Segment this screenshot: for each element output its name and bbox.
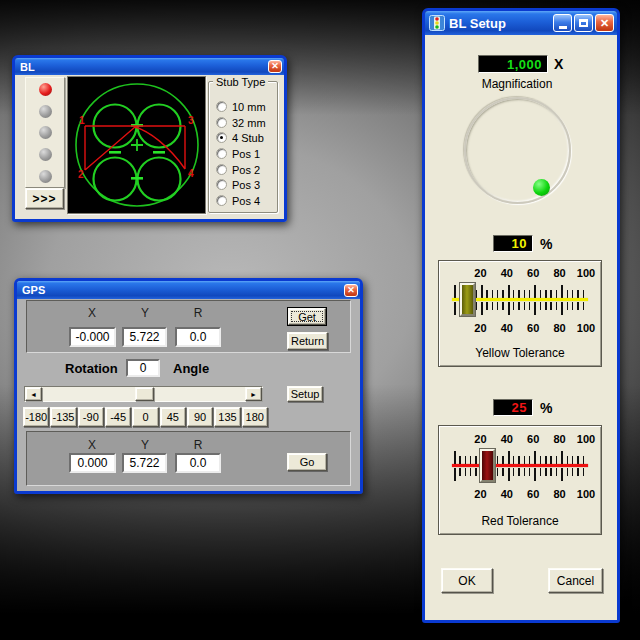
target-r-label: R xyxy=(194,438,203,452)
traffic-light-icon xyxy=(429,15,445,31)
current-y-field[interactable]: 5.722 xyxy=(122,327,167,347)
ok-button[interactable]: OK xyxy=(441,568,493,593)
red-tolerance-label: Red Tolerance xyxy=(439,514,601,528)
get-button[interactable]: Get xyxy=(288,308,326,325)
radio-icon[interactable] xyxy=(216,164,227,175)
target-y-label: Y xyxy=(141,438,149,452)
radio-pos2[interactable]: Pos 2 xyxy=(216,163,275,176)
current-position-panel: X Y R -0.000 5.722 0.0 Get Return xyxy=(26,300,351,353)
yellow-slider-track[interactable] xyxy=(454,282,586,318)
angle-label: Angle xyxy=(173,361,209,376)
scroll-right-arrow-icon[interactable]: ► xyxy=(245,387,262,401)
preset-angle-button[interactable]: -45 xyxy=(105,407,131,427)
gps-window-title: GPS xyxy=(22,284,45,296)
radio-icon[interactable] xyxy=(216,117,227,128)
angle-preset-row: -180 -135 -90 -45 0 45 90 135 180 xyxy=(23,407,268,427)
svg-text:4: 4 xyxy=(188,168,194,179)
status-led xyxy=(39,105,52,118)
minimize-icon[interactable] xyxy=(553,14,572,32)
scroll-left-arrow-icon[interactable]: ◄ xyxy=(25,387,42,401)
red-slider-thumb[interactable] xyxy=(480,449,495,482)
preset-angle-button[interactable]: 180 xyxy=(242,407,268,427)
yellow-tolerance-slider[interactable]: 20 40 60 80 100 20 40 60 80 100 Yellow T… xyxy=(438,260,602,367)
radio-icon[interactable] xyxy=(216,195,227,206)
scrollbar-thumb[interactable] xyxy=(135,387,154,401)
yellow-scale-bottom-labels: 20 40 60 80 100 xyxy=(454,322,586,335)
desktop: { "icons": { "close": "✕", "arrow_left":… xyxy=(0,0,640,640)
preset-angle-button[interactable]: 45 xyxy=(160,407,186,427)
red-tolerance-slider[interactable]: 20 40 60 80 100 20 40 60 80 100 Red Tole… xyxy=(438,425,602,535)
preset-angle-button[interactable]: 0 xyxy=(132,407,158,427)
preset-angle-button[interactable]: -90 xyxy=(78,407,104,427)
preset-angle-button[interactable]: 90 xyxy=(187,407,213,427)
current-x-field[interactable]: -0.000 xyxy=(69,327,116,347)
radio-32mm[interactable]: 32 mm xyxy=(216,116,275,129)
svg-text:1: 1 xyxy=(79,115,85,126)
preset-angle-button[interactable]: -135 xyxy=(50,407,76,427)
expand-button[interactable]: >>> xyxy=(25,188,64,209)
status-led xyxy=(39,170,52,183)
rotation-angle-field[interactable]: 0 xyxy=(126,359,160,377)
yellow-slider-thumb[interactable] xyxy=(460,283,475,316)
setup-button[interactable]: Setup xyxy=(287,386,323,402)
go-button[interactable]: Go xyxy=(287,453,327,471)
status-led xyxy=(39,126,52,139)
radio-icon[interactable] xyxy=(216,148,227,159)
bl-setup-window-title: BL Setup xyxy=(449,16,506,31)
radio-pos1[interactable]: Pos 1 xyxy=(216,147,275,160)
maximize-icon[interactable] xyxy=(574,14,593,32)
magnification-unit-label: X xyxy=(554,56,563,72)
red-scale-bottom-labels: 20 40 60 80 100 xyxy=(454,488,586,501)
current-x-label: X xyxy=(88,306,96,320)
rotation-label: Rotation xyxy=(65,361,118,376)
cancel-button[interactable]: Cancel xyxy=(548,568,603,593)
current-r-label: R xyxy=(194,306,203,320)
target-r-field[interactable]: 0.0 xyxy=(175,453,221,473)
gps-client-area: X Y R -0.000 5.722 0.0 Get Return Rotati… xyxy=(17,299,360,491)
status-led xyxy=(39,148,52,161)
radio-10mm[interactable]: 10 mm xyxy=(216,100,275,113)
close-icon[interactable]: ✕ xyxy=(344,284,358,297)
yellow-tolerance-display: 10 xyxy=(493,235,533,252)
dial-indicator-dot[interactable] xyxy=(533,179,550,196)
yellow-scale-top-labels: 20 40 60 80 100 xyxy=(454,267,586,280)
radio-icon-selected[interactable] xyxy=(216,132,227,143)
bl-titlebar[interactable]: BL ✕ xyxy=(15,58,284,75)
close-icon[interactable]: ✕ xyxy=(268,60,282,73)
target-x-field[interactable]: 0.000 xyxy=(69,453,116,473)
red-percent-label: % xyxy=(540,400,552,416)
radio-icon[interactable] xyxy=(216,179,227,190)
angle-scrollbar[interactable]: ◄ ► xyxy=(24,386,263,402)
current-y-label: Y xyxy=(141,306,149,320)
stub-type-group-label: Stub Type xyxy=(213,76,268,88)
target-y-field[interactable]: 5.722 xyxy=(122,453,167,473)
led-panel xyxy=(25,77,65,188)
target-position-panel: X Y R 0.000 5.722 0.0 Go xyxy=(26,431,351,486)
radio-pos3[interactable]: Pos 3 xyxy=(216,178,275,191)
yellow-percent-label: % xyxy=(540,236,552,252)
svg-text:3: 3 xyxy=(188,115,194,126)
radio-icon[interactable] xyxy=(216,101,227,112)
bl-window-title: BL xyxy=(20,61,35,73)
preset-angle-button[interactable]: -180 xyxy=(23,407,49,427)
preset-angle-button[interactable]: 135 xyxy=(214,407,240,427)
current-r-field[interactable]: 0.0 xyxy=(175,327,221,347)
gps-titlebar[interactable]: GPS ✕ xyxy=(17,281,360,299)
bl-setup-window: BL Setup ✕ 1,000 X Magnification 10 % 20… xyxy=(422,8,620,623)
red-slider-track[interactable] xyxy=(454,448,586,484)
svg-text:2: 2 xyxy=(78,169,84,180)
magnification-label: Magnification xyxy=(425,77,609,91)
return-button[interactable]: Return xyxy=(287,332,328,350)
radio-4stub[interactable]: 4 Stub xyxy=(216,131,275,144)
bl-window: BL ✕ >>> 1 xyxy=(12,55,287,222)
caption-buttons: ✕ xyxy=(553,14,614,32)
magnification-display: 1,000 xyxy=(478,55,548,73)
radio-pos4[interactable]: Pos 4 xyxy=(216,194,275,207)
red-tolerance-display: 25 xyxy=(493,399,533,416)
red-scale-line xyxy=(452,464,588,467)
bl-setup-titlebar[interactable]: BL Setup ✕ xyxy=(425,11,617,35)
close-icon[interactable]: ✕ xyxy=(595,14,614,32)
yellow-tolerance-label: Yellow Tolerance xyxy=(439,346,601,360)
bl-client-area: >>> 1 2 3 4 Stub Type xyxy=(15,75,284,219)
magnification-dial[interactable] xyxy=(464,97,571,204)
